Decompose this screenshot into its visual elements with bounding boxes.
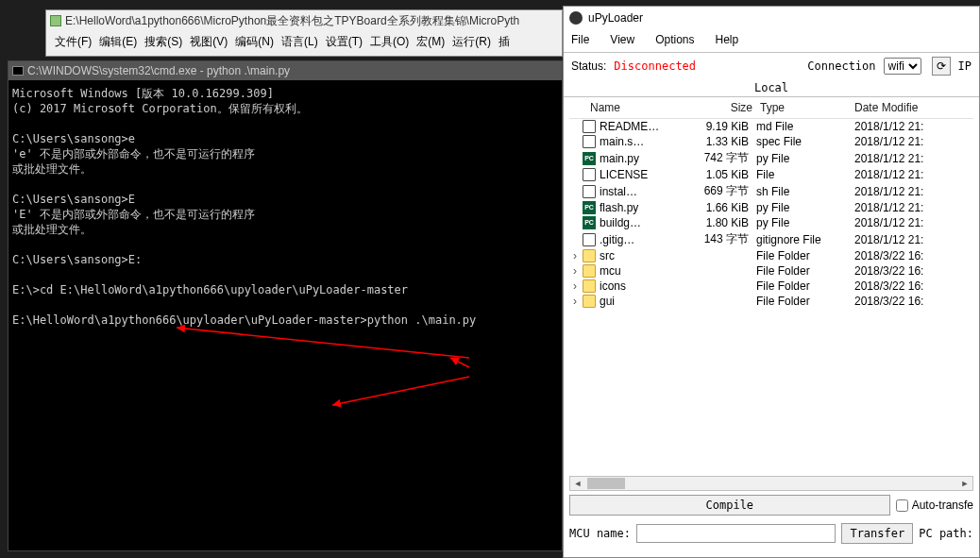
file-panel: Name Size Type Date Modifie README…9.19 … xyxy=(564,96,979,491)
menu-encoding[interactable]: 编码(N) xyxy=(232,33,277,51)
file-row[interactable]: README…9.19 KiBmd File2018/1/12 21: xyxy=(569,119,973,134)
file-row[interactable]: main.s…1.33 KiBspec File2018/1/12 21: xyxy=(569,134,973,149)
file-row[interactable]: PCflash.py1.66 KiBpy File2018/1/12 21: xyxy=(569,200,973,215)
file-date: 2018/1/12 21: xyxy=(854,216,973,229)
file-type: File Folder xyxy=(756,295,854,308)
file-row[interactable]: ›mcuFile Folder2018/3/22 16: xyxy=(569,263,973,279)
file-size: 742 字节 xyxy=(675,150,756,166)
compile-row: Compile Auto-transfe xyxy=(564,491,979,519)
python-file-icon: PC xyxy=(583,216,596,229)
menu-view[interactable]: View xyxy=(610,33,634,46)
text-file-icon xyxy=(583,185,596,198)
column-type[interactable]: Type xyxy=(760,101,854,114)
file-row[interactable]: PCmain.py742 字节py File2018/1/12 21: xyxy=(569,149,973,167)
auto-transfer-label: Auto-transfe xyxy=(912,499,973,512)
file-row[interactable]: instal…669 字节sh File2018/1/12 21: xyxy=(569,182,973,200)
menu-file[interactable]: File xyxy=(571,33,589,46)
text-file-icon xyxy=(583,135,596,148)
auto-transfer-checkbox[interactable] xyxy=(896,499,908,512)
upyloader-icon xyxy=(569,11,583,25)
file-row[interactable]: LICENSE1.05 KiBFile2018/1/12 21: xyxy=(569,167,973,182)
menu-language[interactable]: 语言(L) xyxy=(279,33,321,51)
expand-arrow-icon[interactable]: › xyxy=(573,295,583,308)
menu-file[interactable]: 文件(F) xyxy=(52,33,94,51)
menu-search[interactable]: 搜索(S) xyxy=(142,33,185,51)
file-size: 1.33 KiB xyxy=(675,135,756,148)
file-name: flash.py xyxy=(600,201,675,214)
file-name: main.py xyxy=(600,152,675,165)
cmd-icon xyxy=(12,66,24,76)
menu-view[interactable]: 视图(V) xyxy=(187,33,230,51)
file-row[interactable]: .gitig…143 字节gitignore File2018/1/12 21: xyxy=(569,230,973,248)
menu-settings[interactable]: 设置(T) xyxy=(323,33,365,51)
file-size: 143 字节 xyxy=(675,231,756,247)
file-date: 2018/3/22 16: xyxy=(854,264,973,278)
file-type: md File xyxy=(756,120,854,133)
cmd-output[interactable]: Microsoft Windows [版本 10.0.16299.309] (c… xyxy=(8,80,562,333)
menu-plugin[interactable]: 插 xyxy=(496,33,513,51)
expand-arrow-icon[interactable]: › xyxy=(573,264,583,278)
file-type: gitignore File xyxy=(756,233,854,246)
local-heading: Local xyxy=(564,79,979,96)
file-name: buildg… xyxy=(600,216,675,229)
file-name: LICENSE xyxy=(600,168,675,181)
notepad-icon xyxy=(50,15,61,26)
file-date: 2018/1/12 21: xyxy=(854,120,973,133)
editor-menubar: 文件(F) 编辑(E) 搜索(S) 视图(V) 编码(N) 语言(L) 设置(T… xyxy=(46,31,562,53)
auto-transfer-check[interactable]: Auto-transfe xyxy=(896,499,973,512)
connection-label: Connection xyxy=(807,59,875,73)
pc-path-label: PC path: xyxy=(919,527,973,540)
transfer-row: MCU name: Transfer PC path: xyxy=(564,519,979,548)
file-size: 9.19 KiB xyxy=(675,120,756,133)
text-file-icon xyxy=(583,233,596,246)
file-row[interactable]: ›iconsFile Folder2018/3/22 16: xyxy=(569,279,973,294)
status-bar: Status: Disconnected Connection wifi ⟳ I… xyxy=(564,52,979,79)
expand-arrow-icon[interactable]: › xyxy=(573,249,583,262)
menu-run[interactable]: 运行(R) xyxy=(449,33,494,51)
scroll-left-icon[interactable]: ◄ xyxy=(570,477,585,490)
compile-button[interactable]: Compile xyxy=(569,495,890,516)
file-name: icons xyxy=(600,279,675,293)
status-value: Disconnected xyxy=(614,59,696,73)
connection-select[interactable]: wifi xyxy=(884,58,921,75)
refresh-button[interactable]: ⟳ xyxy=(932,57,951,76)
file-name: README… xyxy=(600,120,675,133)
file-size: 1.80 KiB xyxy=(675,216,756,229)
editor-title-text: E:\HelloWord\a1python666\MicroPython最全资料… xyxy=(65,13,519,29)
column-date[interactable]: Date Modifie xyxy=(854,101,973,114)
horizontal-scrollbar[interactable]: ◄ ► xyxy=(569,476,973,491)
file-row[interactable]: ›guiFile Folder2018/3/22 16: xyxy=(569,294,973,309)
file-date: 2018/1/12 21: xyxy=(854,185,973,198)
file-date: 2018/3/22 16: xyxy=(854,279,973,293)
file-type: py File xyxy=(756,201,854,214)
menu-edit[interactable]: 编辑(E) xyxy=(96,33,140,51)
transfer-button[interactable]: Transfer xyxy=(841,523,913,544)
cmd-title-text: C:\WINDOWS\system32\cmd.exe - python .\m… xyxy=(27,64,290,77)
file-list[interactable]: README…9.19 KiBmd File2018/1/12 21:main.… xyxy=(569,119,973,476)
menu-options[interactable]: Options xyxy=(655,33,694,46)
column-name[interactable]: Name xyxy=(590,101,679,114)
python-file-icon: PC xyxy=(583,201,596,214)
scroll-right-icon[interactable]: ► xyxy=(957,477,972,490)
file-row[interactable]: PCbuildg…1.80 KiBpy File2018/1/12 21: xyxy=(569,215,973,230)
column-size[interactable]: Size xyxy=(679,101,760,114)
menu-macro[interactable]: 宏(M) xyxy=(414,33,448,51)
file-type: spec File xyxy=(756,135,854,148)
upyloader-window: uPyLoader File View Options Help Status:… xyxy=(563,6,980,558)
expand-arrow-icon[interactable]: › xyxy=(573,279,583,293)
file-type: File Folder xyxy=(756,264,854,278)
scroll-thumb[interactable] xyxy=(587,478,625,489)
file-list-header: Name Size Type Date Modifie xyxy=(569,97,973,119)
file-row[interactable]: ›srcFile Folder2018/3/22 16: xyxy=(569,248,973,263)
file-type: py File xyxy=(756,152,854,165)
menu-tools[interactable]: 工具(O) xyxy=(367,33,412,51)
menu-help[interactable]: Help xyxy=(716,33,739,46)
mcu-name-input[interactable] xyxy=(636,524,836,543)
folder-icon xyxy=(583,295,596,308)
file-date: 2018/3/22 16: xyxy=(854,249,973,262)
file-name: instal… xyxy=(600,185,675,198)
file-date: 2018/3/22 16: xyxy=(854,295,973,308)
file-date: 2018/1/12 21: xyxy=(854,201,973,214)
file-name: mcu xyxy=(600,264,675,278)
cmd-titlebar: C:\WINDOWS\system32\cmd.exe - python .\m… xyxy=(8,61,562,80)
